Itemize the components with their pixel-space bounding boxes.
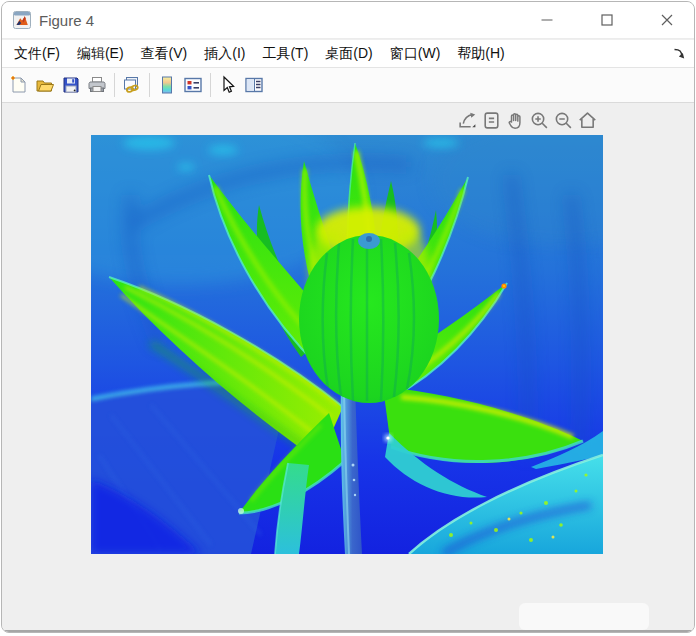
figure-content-area [2, 104, 694, 632]
datatip-button[interactable] [479, 108, 503, 132]
menu-item-tools[interactable]: 工具(T) [260, 42, 310, 66]
minimize-button[interactable] [532, 5, 562, 35]
new-figure-icon [9, 75, 29, 95]
figure-window: Figure 4 文件(F) 编辑(E) 查看(V) 插入(I) 工具(T) 桌… [1, 1, 695, 633]
property-inspector-icon [244, 75, 264, 95]
toolbar-separator [210, 73, 211, 97]
close-icon [660, 13, 674, 27]
insert-colorbar-button[interactable] [154, 72, 180, 98]
link-plot-icon [122, 75, 142, 95]
edit-plot-icon [218, 75, 238, 95]
menu-item-insert[interactable]: 插入(I) [202, 42, 247, 66]
dock-figure-button[interactable] [670, 46, 686, 62]
datatip-icon [481, 110, 502, 131]
zoom-in-icon [529, 110, 550, 131]
insert-colorbar-icon [157, 75, 177, 95]
print-figure-button[interactable] [84, 72, 110, 98]
menu-item-window[interactable]: 窗口(W) [388, 42, 443, 66]
zoom-out-icon [553, 110, 574, 131]
figure-image-lotus[interactable] [91, 135, 603, 554]
save-figure-button[interactable] [58, 72, 84, 98]
maximize-button[interactable] [592, 5, 622, 35]
restore-view-icon [577, 110, 598, 131]
window-bottom-edge [2, 630, 694, 632]
watermark-ghost [519, 603, 649, 630]
window-title: Figure 4 [39, 12, 94, 29]
menu-item-desktop[interactable]: 桌面(D) [323, 42, 374, 66]
export-button[interactable] [455, 108, 479, 132]
print-figure-icon [87, 75, 107, 95]
lotus-false-color-image [91, 135, 603, 554]
open-file-icon [35, 75, 55, 95]
close-button[interactable] [652, 5, 682, 35]
axes-toolbar [455, 108, 599, 132]
menu-item-view[interactable]: 查看(V) [139, 42, 190, 66]
matlab-figure-icon [13, 11, 31, 29]
dock-arrow-icon [672, 47, 685, 60]
toolbar-separator [149, 73, 150, 97]
insert-legend-icon [183, 75, 203, 95]
menu-item-file[interactable]: 文件(F) [12, 42, 62, 66]
figure-toolbar [2, 67, 694, 103]
menu-bar: 文件(F) 编辑(E) 查看(V) 插入(I) 工具(T) 桌面(D) 窗口(W… [2, 40, 694, 67]
link-plot-button[interactable] [119, 72, 145, 98]
menu-item-help[interactable]: 帮助(H) [455, 42, 506, 66]
minimize-icon [540, 13, 554, 27]
toolbar-separator [114, 73, 115, 97]
new-figure-button[interactable] [6, 72, 32, 98]
maximize-icon [600, 13, 614, 27]
menu-item-edit[interactable]: 编辑(E) [75, 42, 126, 66]
open-file-button[interactable] [32, 72, 58, 98]
export-icon [457, 110, 478, 131]
save-figure-icon [61, 75, 81, 95]
property-inspector-button[interactable] [241, 72, 267, 98]
zoom-in-button[interactable] [527, 108, 551, 132]
pan-icon [505, 110, 526, 131]
zoom-out-button[interactable] [551, 108, 575, 132]
title-bar: Figure 4 [2, 2, 694, 39]
edit-plot-button[interactable] [215, 72, 241, 98]
insert-legend-button[interactable] [180, 72, 206, 98]
screenshot-stage: Figure 4 文件(F) 编辑(E) 查看(V) 插入(I) 工具(T) 桌… [0, 0, 696, 636]
window-controls [502, 5, 694, 35]
restore-view-button[interactable] [575, 108, 599, 132]
pan-button[interactable] [503, 108, 527, 132]
